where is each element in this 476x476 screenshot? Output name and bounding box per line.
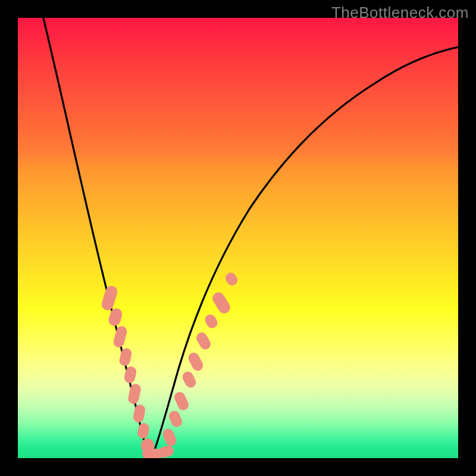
- svg-rect-2: [112, 325, 129, 348]
- svg-rect-17: [203, 312, 220, 330]
- svg-rect-5: [127, 383, 142, 405]
- svg-rect-11: [161, 427, 178, 448]
- curve-path: [40, 18, 458, 456]
- svg-rect-13: [173, 390, 190, 412]
- svg-rect-7: [137, 422, 150, 440]
- svg-rect-16: [195, 331, 213, 352]
- watermark-text: TheBottleneck.com: [331, 4, 469, 22]
- svg-rect-3: [118, 347, 133, 367]
- svg-rect-15: [187, 351, 205, 373]
- svg-rect-19: [223, 271, 239, 287]
- marker-cluster-right: [161, 271, 240, 447]
- svg-rect-12: [167, 409, 184, 429]
- svg-rect-0: [100, 284, 118, 312]
- svg-rect-18: [210, 290, 232, 316]
- marker-cluster-left: [100, 284, 155, 453]
- svg-rect-1: [107, 307, 124, 328]
- svg-rect-14: [181, 369, 198, 389]
- svg-rect-6: [132, 404, 146, 424]
- plot-area: [18, 18, 458, 458]
- bottleneck-curve: [18, 18, 458, 458]
- chart-frame: TheBottleneck.com: [0, 0, 476, 476]
